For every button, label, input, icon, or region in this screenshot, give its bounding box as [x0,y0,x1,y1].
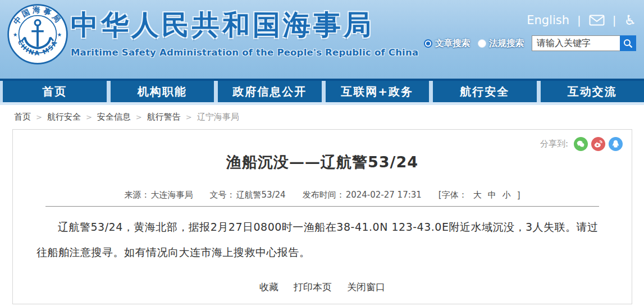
font-size-label: [字体： [439,190,467,200]
share-row: 分享到: [13,130,632,151]
nav-item-functions[interactable]: 机构职能 [111,81,214,102]
breadcrumb: 首页 > 航行安全 > 安全信息 > 航行警告 > 辽宁海事局 [0,105,644,129]
site-brand: 中华人民共和国海事局 Maritime Safety Administratio… [71,7,418,58]
mail-icon[interactable] [589,15,605,26]
divider: | [577,13,581,27]
nav-item-gov-info[interactable]: 政府信息公开 [218,81,322,102]
radio-law-search[interactable]: 法规搜索 [478,38,524,49]
accessibility-icon[interactable]: ♿ [624,13,636,27]
breadcrumb-liaoning-msa: 辽宁海事局 [197,112,239,122]
radio-law-label: 法规搜索 [489,38,524,49]
weibo-share-icon[interactable] [591,137,605,151]
favorite-link[interactable]: 收藏 [259,281,278,294]
nav-item-home[interactable]: 首页 [3,81,107,102]
header-utilities: English | | ♿ 文章搜索 法规搜索 [424,13,636,51]
site-title-cn: 中华人民共和国海事局 [71,7,418,44]
article-body: 辽航警53/24，黄海北部，据报2月27日0800时一渔船在38-41.0N 1… [13,207,632,264]
msa-logo-emblem: 中国海事局 CHINA MSA ★ ★ [7,4,68,65]
nav-item-internet-gov[interactable]: 互联网+政务 [326,81,430,102]
nav-item-nav-safety[interactable]: 航行安全 [433,81,537,102]
site-header: 中国海事局 CHINA MSA ★ ★ 中华人民共和国海事局 Maritime … [0,0,644,79]
article-box: 分享到: 渔船沉没——辽航警53/24 来源：大连海事局 文号：辽航警53/24… [12,129,632,304]
search-area: 文章搜索 法规搜索 [424,35,636,51]
close-window-link[interactable]: 关闭窗口 [347,281,385,294]
qq-share-icon[interactable] [609,137,623,151]
breadcrumb-home[interactable]: 首页 [14,112,31,122]
search-box [532,35,636,51]
article-meta: 来源：大连海事局 文号：辽航警53/24 发布时间：2024-02-27 17:… [13,190,632,200]
radio-article-search[interactable]: 文章搜索 [424,38,470,49]
radio-unselected-icon[interactable] [478,39,486,48]
meta-publish-time: 发布时间：2024-02-27 17:31 [303,190,422,200]
article-title: 渔船沉没——辽航警53/24 [13,152,632,172]
article-actions: 收藏 打印本页 关闭窗口 [13,281,632,294]
search-icon [623,39,633,48]
logo-star-right: ★ [57,31,62,38]
breadcrumb-separator: > [86,113,92,121]
search-scope-radios: 文章搜索 法规搜索 [424,38,524,49]
breadcrumb-separator: > [136,113,142,121]
breadcrumb-safety-info[interactable]: 安全信息 [97,112,131,122]
english-link[interactable]: English [527,13,569,27]
font-size-large[interactable]: 大 [473,190,482,200]
breadcrumb-nav-warning[interactable]: 航行警告 [147,112,181,122]
nav-item-interaction[interactable]: 互动交流 [541,81,644,102]
main-nav: 首页 机构职能 政府信息公开 互联网+政务 航行安全 互动交流 [0,79,644,105]
nav-items: 首页 机构职能 政府信息公开 互联网+政务 航行安全 互动交流 [0,81,644,102]
wechat-share-icon[interactable] [574,137,588,151]
radio-selected-icon[interactable] [424,39,432,48]
share-label: 分享到: [540,139,568,149]
font-size-bracket-close: ] [517,190,520,200]
divider: | [613,13,616,27]
meta-doc-number: 文号：辽航警53/24 [209,190,285,200]
breadcrumb-separator: > [36,113,42,121]
search-button[interactable] [620,35,636,51]
font-size-small[interactable]: 小 [503,190,511,200]
print-page-link[interactable]: 打印本页 [294,281,332,294]
msa-logo: 中国海事局 CHINA MSA ★ ★ [7,4,68,65]
search-input[interactable] [532,35,620,51]
logo-star-left: ★ [13,31,18,38]
meta-source: 来源：大连海事局 [124,190,193,200]
breadcrumb-separator: > [186,113,192,121]
radio-article-label: 文章搜索 [435,38,470,49]
site-title-en: Maritime Safety Administration of the Pe… [71,47,418,58]
font-size-medium[interactable]: 中 [488,190,496,200]
top-links: English | | ♿ [424,13,636,27]
font-size-widget: [字体： 大 中 小 ] [439,190,520,200]
breadcrumb-nav-safety[interactable]: 航行安全 [47,112,81,122]
